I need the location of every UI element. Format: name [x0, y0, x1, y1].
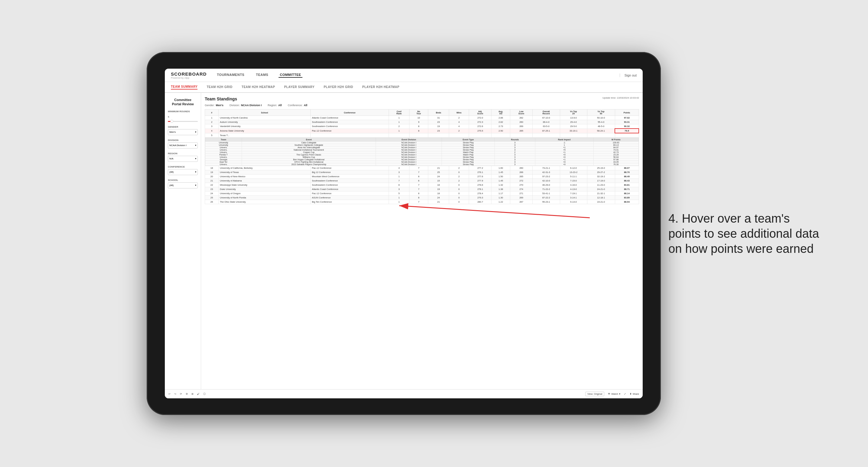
col-bnds: Bnds: [428, 110, 449, 116]
view-label: View: Original: [587, 393, 602, 395]
watch-btn[interactable]: 👁 Watch ▾: [608, 393, 620, 395]
table-row: 1 University of North Carolina Atlantic …: [205, 116, 639, 120]
refresh-btn[interactable]: ⟳: [180, 393, 182, 395]
sidebar-title: CommitteePortal Review: [168, 98, 198, 106]
sidebar-gender-select[interactable]: Men's ▾: [168, 129, 198, 135]
subnav-player-h2h-grid[interactable]: PLAYER H2H GRID: [323, 85, 353, 89]
col-wins: Wins: [449, 110, 469, 116]
annotation-area: 4. Hover over a team's points to see add…: [669, 211, 819, 256]
expanded-data-row: University Cabo Collegiate NCAA Division…: [205, 141, 639, 144]
expand-btn[interactable]: ⤢: [624, 393, 626, 395]
sidebar-division: Division NCAA Division I ▾: [168, 139, 198, 149]
table-title: Team Standings: [205, 96, 237, 101]
expanded-data-row: Florida T The Cypress Point Classic NCAA…: [205, 153, 639, 156]
filter-gender: Gender: Men's: [205, 104, 223, 107]
refresh-icon: ⟳: [180, 393, 182, 395]
info-icon: ⓘ: [203, 392, 206, 396]
col-overall: OverallRecord: [533, 110, 560, 116]
watch-label: Watch: [611, 393, 618, 395]
share-icon: ⬆: [630, 393, 632, 395]
filter-region: Region: All: [268, 104, 282, 107]
col-vs25: Vs Top25: [560, 110, 587, 116]
col-school: School: [218, 110, 310, 116]
col-conf-rank: ConfRank: [389, 110, 409, 116]
redo-btn[interactable]: ↪: [174, 393, 176, 395]
col-conference: Conference: [311, 110, 389, 116]
sidebar-conference-select[interactable]: (All) ▾: [168, 169, 198, 175]
tablet-screen: SCOREBOARD Powered by clipp TOURNAMENTS …: [165, 69, 643, 398]
bottom-toolbar: ↩ ↪ ⟳ ⚙ ⊞ 🖌 ⓘ View: Original: [165, 389, 643, 398]
table-header: # School Conference ConfRank NoTour Bnds…: [205, 110, 639, 116]
table-row-highlighted: 4 Arizona State University Pac-12 Confer…: [205, 129, 639, 133]
table-row: 23 Duke University Atlantic Coast Confer…: [205, 187, 639, 191]
annotation-text: 4. Hover over a team's points to see add…: [669, 211, 819, 256]
col-no-tour: NoTour: [409, 110, 428, 116]
sidebar-division-select[interactable]: NCAA Division I ▾: [168, 143, 198, 149]
settings-icon: ⚙: [186, 393, 188, 395]
subnav-player-h2h-heatmap[interactable]: PLAYER H2H HEATMAP: [362, 85, 400, 89]
table-header-row: Team Standings Update time: 13/03/2024 1…: [205, 96, 639, 101]
settings-btn[interactable]: ⚙: [186, 393, 188, 395]
table-row: 24 University of Oregon Pac-12 Conferenc…: [205, 191, 639, 195]
nav-committee[interactable]: COMMITTEE: [279, 73, 303, 78]
expanded-inner-table: Team Event Event Division Event Type Rou…: [205, 137, 639, 166]
sidebar-division-label: Division: [168, 139, 198, 142]
table-row: 3 Vanderbilt University Southeastern Con…: [205, 124, 639, 129]
standings-table: # School Conference ConfRank NoTour Bnds…: [205, 109, 639, 204]
sign-out-link[interactable]: Sign out: [620, 73, 637, 77]
subnav-team-summary[interactable]: TEAM SUMMARY: [171, 85, 197, 90]
expanded-data-row: Univers. Williams Cup NCAA Division I St…: [205, 156, 639, 158]
expanded-header-row: Team Event Event Division Event Type Rou…: [205, 137, 639, 141]
sidebar-gender-label: Gender: [168, 126, 198, 128]
nav-links: TOURNAMENTS TEAMS COMMITTEE: [216, 73, 619, 78]
sidebar-school-select[interactable]: (All) ▾: [168, 182, 198, 188]
subnav-team-h2h-grid[interactable]: TEAM H2H GRID: [207, 85, 232, 89]
table-row: 2 Auburn University Southeastern Confere…: [205, 120, 639, 124]
app-logo: SCOREBOARD: [171, 71, 207, 76]
col-avg-sg: Avg.SG: [492, 110, 510, 116]
table-row: 22 Mississippi State University Southeas…: [205, 183, 639, 187]
nav-teams[interactable]: TEAMS: [255, 73, 270, 78]
sidebar-conference-label: Conference: [168, 165, 198, 168]
sidebar: CommitteePortal Review Minimum Rounds 5: [165, 93, 201, 389]
filter-conference: Conference: All: [288, 104, 307, 107]
sidebar-min-rounds: Minimum Rounds 5: [168, 110, 198, 122]
navbar: SCOREBOARD Powered by clipp TOURNAMENTS …: [165, 69, 643, 82]
table-row: 19 University of Texas Big 12 Conference…: [205, 170, 639, 174]
col-rank: #: [205, 110, 219, 116]
sidebar-school-label: School: [168, 179, 198, 182]
logo-area: SCOREBOARD Powered by clipp: [171, 71, 207, 79]
subnav-player-summary[interactable]: PLAYER SUMMARY: [284, 85, 314, 89]
main-content: CommitteePortal Review Minimum Rounds 5: [165, 93, 643, 389]
sidebar-region: Region N/A ▾: [168, 152, 198, 162]
filter-btn[interactable]: ⊞: [191, 393, 193, 395]
table-row: 25 University of North Florida ASUN Conf…: [205, 195, 639, 199]
expanded-data-row: Univers. Copper Cup NCAA Division I Matc…: [205, 151, 639, 153]
expand-icon: ⤢: [624, 393, 626, 395]
info-btn[interactable]: ⓘ: [203, 392, 206, 396]
col-vs50: Vs Top50: [587, 110, 615, 116]
table-row: 21 University of Alabama Southeastern Co…: [205, 179, 639, 183]
share-btn[interactable]: ⬆ Share: [630, 393, 639, 395]
sidebar-region-select[interactable]: N/A ▾: [168, 156, 198, 162]
table-area: Team Standings Update time: 13/03/2024 1…: [201, 93, 643, 389]
update-time: Update time: 13/03/2024 10:03:42: [602, 96, 639, 99]
slider-container[interactable]: 5: [168, 114, 198, 122]
sidebar-conference: Conference (All) ▾: [168, 165, 198, 175]
paint-btn[interactable]: 🖌: [197, 393, 199, 395]
subnav-team-h2h-heatmap[interactable]: TEAM H2H HEATMAP: [242, 85, 275, 89]
sidebar-school: School (All) ▾: [168, 179, 198, 188]
col-adj-score: Adj.Score: [469, 110, 492, 116]
expanded-data-row: East Ter OFCC Fighting Illini Invitation…: [205, 161, 639, 163]
view-original-btn[interactable]: View: Original: [585, 392, 604, 396]
undo-icon: ↩: [168, 393, 170, 395]
sidebar-min-rounds-label: Minimum Rounds: [168, 110, 198, 113]
table-row: 20 University of New Mexico Mountain Wes…: [205, 174, 639, 179]
tablet-device: SCOREBOARD Powered by clipp TOURNAMENTS …: [147, 52, 661, 415]
expanded-data-row: Univers. Amer Arc Intercollegiate NCAA D…: [205, 146, 639, 149]
col-points: Points: [615, 110, 639, 116]
expanded-data-row: University Southern Highlands Collegiate…: [205, 144, 639, 146]
nav-tournaments[interactable]: TOURNAMENTS: [216, 73, 246, 78]
undo-btn[interactable]: ↩: [168, 393, 170, 395]
app-logo-sub: Powered by clipp: [171, 76, 207, 79]
